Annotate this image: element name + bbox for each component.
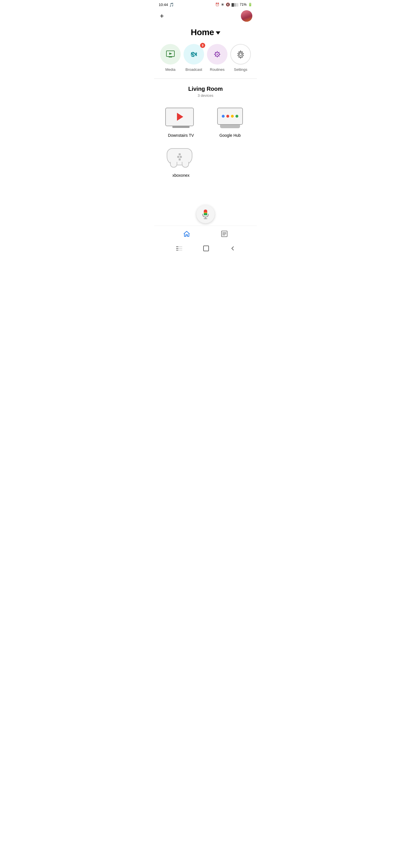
svg-marker-1: [169, 53, 172, 55]
home-title-text: Home: [191, 27, 214, 37]
svg-point-16: [240, 53, 242, 56]
device-grid: Downstairs TV Google Hub: [154, 104, 257, 180]
status-icons: ⏰ ✳ 🔇 ▓▒░ 71% 🔋: [215, 2, 252, 7]
recent-icon: [176, 246, 182, 251]
media-label: Media: [165, 67, 175, 72]
controller-grip-right: [182, 162, 189, 167]
tv-label: Downstairs TV: [168, 133, 194, 137]
google-dot-red: [226, 115, 229, 118]
xbox-icon: [167, 148, 195, 168]
spotify-icon: 🎵: [169, 3, 174, 7]
action-item-media[interactable]: Media: [160, 44, 181, 72]
hub-icon: [216, 107, 244, 129]
status-time: 10:44 🎵: [159, 3, 174, 7]
tv-stand: [172, 126, 190, 128]
svg-line-15: [215, 56, 216, 57]
room-device-count: 3 devices: [159, 93, 252, 98]
xbox-icon-container: [164, 147, 198, 169]
nav-home-button[interactable]: [203, 246, 209, 251]
time-display: 10:44: [159, 3, 168, 7]
media-icon: [166, 50, 175, 59]
media-circle-wrapper: [160, 44, 181, 65]
settings-label: Settings: [234, 67, 248, 72]
routines-circle: [207, 44, 227, 65]
system-nav: [154, 242, 257, 255]
add-button[interactable]: +: [159, 11, 165, 21]
nav-routines[interactable]: [218, 228, 230, 240]
svg-rect-36: [203, 246, 209, 251]
routines-icon: [213, 50, 222, 59]
voice-fab-container: [154, 203, 257, 225]
dpad-right: [180, 156, 182, 158]
bluetooth-icon: ✳: [221, 2, 224, 7]
avatar[interactable]: [241, 10, 252, 22]
routines-label: Routines: [210, 67, 224, 72]
nav-recent-button[interactable]: [176, 246, 182, 251]
status-bar: 10:44 🎵 ⏰ ✳ 🔇 ▓▒░ 71% 🔋: [154, 0, 257, 8]
microphone-icon: [201, 209, 210, 219]
action-item-broadcast[interactable]: 9 Broadcast: [184, 44, 204, 72]
action-item-settings[interactable]: Settings: [230, 44, 251, 72]
broadcast-icon: [189, 50, 198, 59]
google-dot-green: [235, 115, 238, 118]
nav-home[interactable]: [181, 228, 193, 240]
avatar-image: [241, 10, 252, 22]
xbox-label: xboxonex: [172, 173, 190, 178]
mute-icon: 🔇: [226, 3, 230, 6]
settings-icon: [236, 50, 245, 59]
bottom-nav: [154, 225, 257, 242]
room-section: Living Room 3 devices: [154, 86, 257, 104]
svg-point-7: [217, 54, 218, 55]
action-item-routines[interactable]: Routines: [207, 44, 227, 72]
quick-actions: Media 9 Broadcast: [154, 44, 257, 79]
hub-icon-container: [213, 107, 247, 130]
svg-line-13: [219, 56, 220, 57]
svg-line-14: [219, 52, 220, 53]
room-title: Living Room: [159, 86, 252, 92]
dpad-up: [179, 153, 181, 155]
device-item-tv[interactable]: Downstairs TV: [159, 104, 203, 140]
tv-icon-container: [164, 107, 198, 130]
device-item-hub[interactable]: Google Hub: [208, 104, 252, 140]
dpad-left: [177, 156, 179, 158]
home-circle-icon: [203, 246, 209, 251]
home-dropdown-arrow: [216, 31, 220, 35]
hub-screen: [217, 107, 243, 125]
svg-rect-25: [186, 235, 188, 237]
home-title-container: Home: [154, 24, 257, 44]
section-divider: [154, 79, 257, 79]
battery-icon: 🔋: [248, 3, 252, 6]
device-item-xbox[interactable]: xboxonex: [159, 145, 203, 180]
battery-label: 71%: [240, 3, 247, 6]
google-dot-blue: [222, 115, 225, 118]
svg-rect-22: [204, 214, 207, 215]
broadcast-label: Broadcast: [186, 67, 202, 72]
dpad-center: [177, 156, 182, 158]
signal-icon: ▓▒░: [231, 3, 238, 6]
svg-line-12: [215, 52, 216, 53]
broadcast-circle-wrapper: 9: [184, 44, 204, 65]
media-circle: [160, 44, 181, 65]
alarm-icon: ⏰: [215, 3, 220, 6]
tv-icon: [165, 107, 197, 129]
bottom-spacer: [154, 180, 257, 203]
controller-grip-left: [170, 162, 177, 167]
controller-body: [167, 148, 192, 165]
tv-screen: [165, 107, 194, 126]
settings-circle-wrapper: [230, 44, 251, 65]
home-title-button[interactable]: Home: [191, 27, 220, 37]
tv-play-icon: [177, 113, 183, 121]
nav-back-button[interactable]: [230, 246, 235, 251]
routines-circle-wrapper: [207, 44, 227, 65]
list-icon: [221, 230, 228, 238]
controller-dpad: [177, 153, 182, 160]
hub-label: Google Hub: [220, 133, 241, 137]
hub-base: [220, 125, 240, 128]
broadcast-badge: 9: [200, 43, 205, 48]
home-icon: [183, 230, 190, 238]
voice-button[interactable]: [196, 205, 215, 223]
top-nav: +: [154, 8, 257, 24]
settings-circle: [230, 44, 251, 65]
back-icon: [230, 246, 235, 251]
google-dot-yellow: [231, 115, 234, 118]
